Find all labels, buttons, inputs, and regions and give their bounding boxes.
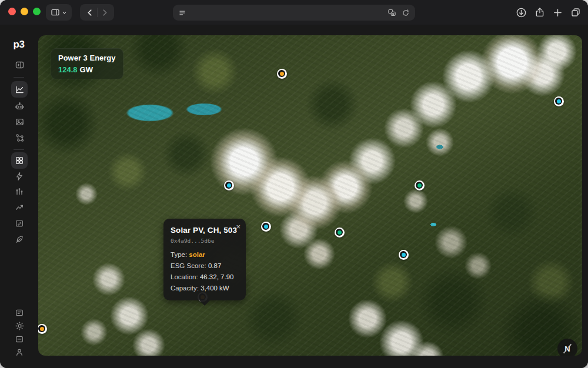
asset-location-row: Location: 46.32, 7.90 bbox=[171, 272, 239, 283]
browser-toolbar bbox=[0, 0, 588, 25]
assets-icon bbox=[15, 117, 25, 127]
tab-overview-icon[interactable] bbox=[570, 7, 581, 18]
grid-icon bbox=[15, 156, 24, 165]
report-icon bbox=[15, 219, 24, 228]
line-chart-icon bbox=[15, 85, 25, 95]
chevron-down-icon bbox=[62, 10, 67, 15]
robot-icon bbox=[15, 101, 25, 111]
sidebar-item-network[interactable] bbox=[11, 129, 28, 146]
new-tab-icon[interactable] bbox=[553, 8, 563, 18]
satellite-map[interactable]: Power 3 Energy 124.8GW × Solar PV, CH, 5… bbox=[38, 35, 582, 356]
close-window-button[interactable] bbox=[8, 8, 16, 15]
sun-icon bbox=[15, 321, 25, 331]
browser-window: p3 bbox=[0, 0, 588, 368]
translate-icon[interactable] bbox=[387, 8, 396, 17]
nav-divider bbox=[97, 8, 98, 17]
p3-logo: p3 bbox=[0, 39, 38, 51]
forward-icon[interactable] bbox=[100, 8, 109, 17]
capacity-total: 124.8GW bbox=[58, 65, 116, 74]
compass-button[interactable]: N bbox=[557, 339, 577, 356]
map-marker-cyan[interactable] bbox=[554, 96, 564, 106]
leaf-icon bbox=[15, 235, 24, 244]
address-bar[interactable] bbox=[190, 9, 384, 17]
nav-buttons bbox=[80, 4, 114, 21]
panel-toggle-icon bbox=[15, 60, 25, 70]
asset-popup: × Solar PV, CH, 503 0x4a9d...5d6e Type: … bbox=[163, 219, 246, 300]
map-marker-cyan[interactable] bbox=[399, 250, 409, 260]
download-icon[interactable] bbox=[516, 7, 527, 18]
asset-hash: 0x4a9d...5d6e bbox=[171, 237, 239, 244]
asset-esg-row: ESG Score: 0.87 bbox=[171, 260, 239, 272]
sidebar-item-apps-grid[interactable] bbox=[11, 152, 28, 169]
note-box-icon bbox=[15, 334, 24, 344]
minimize-window-button[interactable] bbox=[21, 8, 28, 15]
sidebar-toggle-icon bbox=[51, 8, 60, 17]
back-icon[interactable] bbox=[86, 8, 95, 17]
map-marker-emerald[interactable] bbox=[415, 180, 425, 190]
company-name: Power 3 Energy bbox=[58, 53, 116, 62]
asset-capacity-row: Capacity: 3,400 kW bbox=[171, 283, 239, 294]
sidebar-item-account[interactable] bbox=[11, 344, 28, 360]
sidebar-item-robot[interactable] bbox=[11, 98, 28, 114]
person-icon bbox=[15, 347, 24, 357]
terminal-box-icon bbox=[15, 308, 24, 317]
sidebar-item-assets[interactable] bbox=[11, 113, 28, 130]
reader-icon[interactable] bbox=[178, 9, 186, 17]
app-sidebar: p3 bbox=[0, 25, 38, 368]
sidebar-divider bbox=[14, 77, 24, 78]
traffic-lights bbox=[8, 8, 41, 15]
sidebar-divider bbox=[14, 149, 24, 150]
bar-chart-icon bbox=[15, 187, 24, 196]
map-marker-cyan[interactable] bbox=[224, 180, 234, 190]
app-content: p3 bbox=[0, 25, 588, 368]
reload-icon[interactable] bbox=[402, 9, 410, 17]
lightning-bolt-icon bbox=[15, 172, 24, 181]
asset-title: Solar PV, CH, 503 bbox=[171, 226, 239, 235]
map-marker-solar[interactable] bbox=[277, 69, 287, 79]
sidebar-item-panel-toggle[interactable] bbox=[11, 56, 28, 73]
share-icon[interactable] bbox=[534, 7, 545, 18]
toolbar-right-buttons bbox=[516, 4, 581, 21]
asset-type-row: Type: solar bbox=[171, 249, 239, 260]
sidebar-item-sustainability[interactable] bbox=[11, 231, 28, 247]
close-icon[interactable]: × bbox=[236, 223, 240, 230]
address-bar-container bbox=[173, 5, 415, 21]
sidebar-item-trends[interactable] bbox=[11, 199, 28, 216]
compass-label: N bbox=[564, 344, 570, 353]
map-marker-cyan[interactable] bbox=[261, 222, 271, 232]
sidebar-item-reports[interactable] bbox=[11, 215, 28, 232]
sidebar-item-analytics[interactable] bbox=[11, 81, 28, 98]
sidebar-item-energy[interactable] bbox=[11, 168, 28, 185]
map-marker-solar[interactable] bbox=[38, 324, 47, 334]
map-marker-emerald[interactable] bbox=[335, 228, 345, 237]
browser-sidebar-toggle-button[interactable] bbox=[46, 4, 72, 21]
network-icon bbox=[15, 133, 25, 143]
sidebar-item-bar-chart[interactable] bbox=[11, 183, 28, 200]
zoom-window-button[interactable] bbox=[33, 8, 41, 15]
trending-up-icon bbox=[15, 203, 24, 212]
company-stats-badge: Power 3 Energy 124.8GW bbox=[51, 48, 123, 79]
